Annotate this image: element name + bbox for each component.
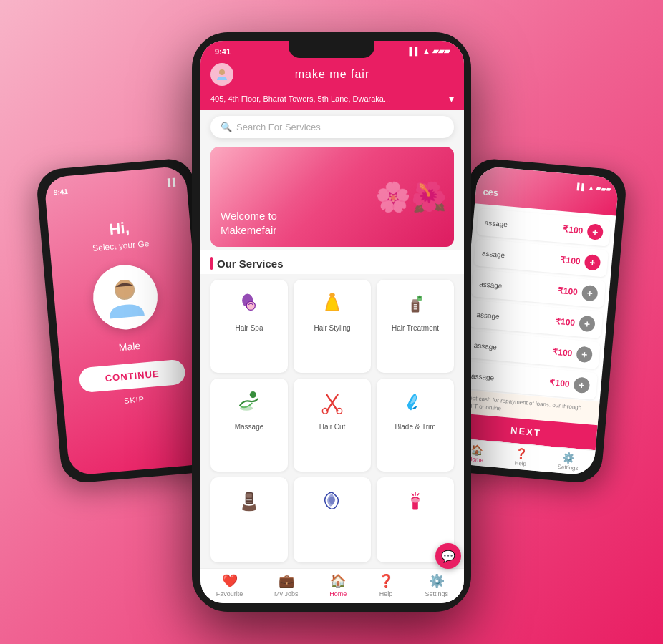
service-name-2: assage <box>482 249 561 264</box>
avatar <box>90 263 160 333</box>
svg-point-2 <box>219 69 225 75</box>
svg-point-4 <box>246 301 255 310</box>
service-card-hair-treatment[interactable]: Hair Treatment <box>377 280 454 373</box>
svg-point-5 <box>329 293 335 297</box>
banner-welcome-text: Welcome to Makemefair <box>221 209 277 237</box>
search-placeholder-text: Search For Services <box>236 122 321 132</box>
nav-home[interactable]: 🏠 Home <box>329 573 347 597</box>
hair-styling-icon <box>319 290 346 318</box>
service-card-hair-styling[interactable]: Hair Styling <box>294 280 371 373</box>
left-phone-screen: 9:41 ▌▌ Hi, Select your Ge Male CONTINUE… <box>44 165 211 476</box>
service-card-hair-cut[interactable]: Hair Cut <box>294 379 371 472</box>
svg-rect-19 <box>246 494 252 498</box>
service-card-hair-spa[interactable]: Hair Spa <box>210 280 288 373</box>
right-phone-content: ▌▌ ▲ ▰▰▰ ces assage ₹100 + assage ₹100 + <box>452 165 619 476</box>
center-phone: 9:41 ▌▌ ▲ ▰▰▰ make me fair <box>192 32 471 612</box>
chat-bubble[interactable]: 💬 <box>435 543 461 569</box>
continue-button[interactable]: CONTINUE <box>78 359 185 394</box>
avatar-svg <box>98 270 153 324</box>
service-name-6: assage <box>471 371 551 386</box>
left-sub-greeting: Select your Ge <box>92 238 150 253</box>
blade-trim-label: Blade & Trim <box>395 423 435 431</box>
profile-avatar[interactable] <box>210 63 233 86</box>
service-name-1: assage <box>484 218 563 233</box>
service-name-4: assage <box>476 311 556 326</box>
massage-icon <box>236 389 263 417</box>
hair-spa-icon <box>236 290 263 318</box>
service-name-5: assage <box>473 341 553 356</box>
service-card-blade-trim[interactable]: Blade & Trim <box>377 379 454 472</box>
right-settings-label: Settings <box>557 464 579 472</box>
left-time: 9:41 <box>53 187 68 197</box>
right-nav-help[interactable]: ❓ Help <box>514 448 528 467</box>
add-button-1[interactable]: + <box>586 223 604 240</box>
services-accent-bar <box>210 257 213 270</box>
left-greeting: Hi, <box>109 219 130 239</box>
service-price-3: ₹100 <box>557 286 578 297</box>
add-button-6[interactable]: + <box>574 376 591 394</box>
skip-link[interactable]: SKIP <box>124 395 145 405</box>
right-help-icon: ❓ <box>515 448 528 460</box>
svg-rect-7 <box>412 299 418 303</box>
right-signal: ▌▌ ▲ ▰▰▰ <box>577 183 611 193</box>
service-price-6: ₹100 <box>549 377 570 389</box>
phone-notch <box>289 41 374 58</box>
massage-label: Massage <box>235 423 264 431</box>
service-price-4: ₹100 <box>555 316 576 328</box>
nav-favourite[interactable]: ❤️ Favourite <box>216 573 243 597</box>
gender-label: Male <box>118 340 141 353</box>
hair-spa-label: Hair Spa <box>236 324 263 332</box>
right-phone-screen: ▌▌ ▲ ▰▰▰ ces assage ₹100 + assage ₹100 + <box>452 165 619 476</box>
banner: 🌸🌺 Welcome to Makemefair <box>210 147 454 247</box>
favourite-label: Favourite <box>216 590 243 597</box>
search-icon: 🔍 <box>221 122 232 132</box>
right-help-label: Help <box>514 459 526 467</box>
hair-cut-icon <box>319 389 346 417</box>
chevron-down-icon: ▾ <box>449 93 454 104</box>
center-signal: ▌▌ ▲ ▰▰▰ <box>409 47 450 56</box>
my-jobs-label: My Jobs <box>274 590 299 597</box>
right-settings-icon: ⚙️ <box>562 452 575 464</box>
address-bar[interactable]: 405, 4th Floor, Bharat Towers, 5th Lane,… <box>200 93 464 110</box>
nav-help[interactable]: ❓ Help <box>378 573 394 597</box>
home-label: Home <box>329 590 347 597</box>
nav-settings[interactable]: ⚙️ Settings <box>425 573 449 597</box>
service-card-item8[interactable] <box>294 477 371 562</box>
settings-icon: ⚙️ <box>429 573 445 589</box>
left-phone-content: 9:41 ▌▌ Hi, Select your Ge Male CONTINUE… <box>44 165 211 476</box>
blade-trim-icon <box>402 389 429 417</box>
add-button-4[interactable]: + <box>579 316 596 333</box>
add-button-5[interactable]: + <box>576 346 593 363</box>
service-name-3: assage <box>479 280 558 295</box>
service-price-2: ₹100 <box>560 255 581 266</box>
bottom-nav: ❤️ Favourite 💼 My Jobs 🏠 Home ❓ Help <box>200 568 464 603</box>
services-section-title: Our Services <box>217 258 284 270</box>
center-phone-screen: 9:41 ▌▌ ▲ ▰▰▰ make me fair <box>200 41 464 603</box>
right-nav-settings[interactable]: ⚙️ Settings <box>557 452 579 472</box>
add-button-2[interactable]: + <box>584 254 601 271</box>
help-icon: ❓ <box>378 573 394 589</box>
add-button-3[interactable]: + <box>581 285 599 302</box>
svg-line-26 <box>417 494 419 496</box>
svg-point-12 <box>250 391 256 398</box>
service-list: assage ₹100 + assage ₹100 + assage ₹100 … <box>458 203 616 401</box>
nav-my-jobs[interactable]: 💼 My Jobs <box>274 573 299 597</box>
help-label: Help <box>379 590 393 597</box>
item7-icon <box>236 487 263 516</box>
service-card-item7[interactable] <box>210 477 288 562</box>
service-price-1: ₹100 <box>563 224 584 235</box>
search-bar[interactable]: 🔍 Search For Services <box>210 116 454 138</box>
phone-container: 9:41 ▌▌ Hi, Select your Ge Male CONTINUE… <box>34 32 629 612</box>
banner-text: Welcome to Makemefair <box>221 209 277 237</box>
svg-point-13 <box>240 406 253 411</box>
app-title: make me fair <box>239 68 425 81</box>
profile-avatar-svg <box>215 67 229 82</box>
address-text: 405, 4th Floor, Bharat Towers, 5th Lane,… <box>210 94 446 103</box>
my-jobs-icon: 💼 <box>279 573 294 589</box>
item8-icon <box>319 487 346 516</box>
hair-treatment-icon <box>402 290 429 318</box>
services-grid: Hair Spa Hair Styling <box>200 274 464 568</box>
services-section-header: Our Services <box>200 250 464 274</box>
settings-label: Settings <box>425 590 449 597</box>
service-card-massage[interactable]: Massage <box>210 379 288 472</box>
